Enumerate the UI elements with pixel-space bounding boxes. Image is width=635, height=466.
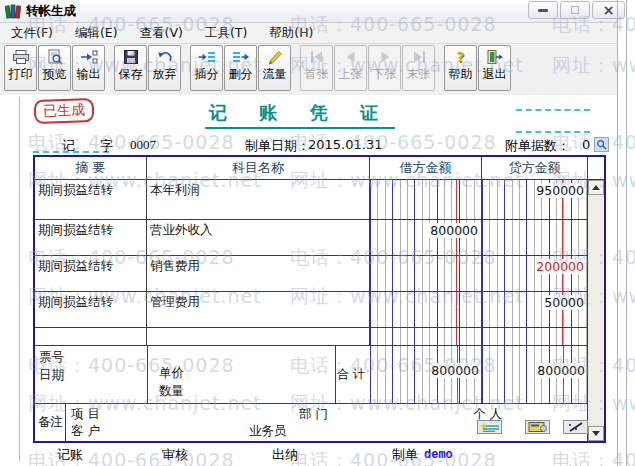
- account-cell[interactable]: 营业外收入: [147, 220, 370, 256]
- exit-door-icon: [486, 49, 504, 65]
- menu-file[interactable]: 文件(F): [0, 25, 64, 42]
- discard-button[interactable]: 放弃: [148, 45, 181, 91]
- last-voucher-button: 末张: [402, 45, 435, 91]
- ledger-books-icon: [5, 3, 21, 19]
- header-account: 科目名称: [147, 157, 370, 180]
- preview-button[interactable]: 预览: [38, 45, 71, 91]
- account-cell[interactable]: 本年利润: [147, 180, 370, 220]
- summary-cell[interactable]: 期间损益结转: [35, 220, 147, 256]
- help-button[interactable]: ? 帮助: [444, 45, 477, 91]
- magic-wand-icon: [566, 422, 586, 432]
- serial-word-left: 记: [62, 137, 75, 155]
- totals-section: 票号 日期 单价 数量 合 计 800000 800000: [35, 346, 588, 404]
- credit-amount: 50000: [543, 295, 585, 310]
- voucher-scrollbar[interactable]: [588, 180, 604, 441]
- preparer-label: 制单: [392, 446, 418, 464]
- maximize-button[interactable]: [560, 1, 590, 19]
- debit-cell[interactable]: [370, 180, 482, 220]
- triangle-down-icon: [592, 431, 600, 436]
- attachments-count[interactable]: 0: [582, 137, 590, 152]
- attachments-lookup-button[interactable]: [594, 137, 609, 152]
- print-button[interactable]: 打印: [4, 45, 37, 91]
- minimize-icon: [538, 9, 548, 12]
- ticket-label: 票号: [39, 349, 64, 366]
- voucher-number[interactable]: 0007: [130, 137, 156, 153]
- close-button[interactable]: ×: [592, 1, 625, 19]
- flow-button[interactable]: 流量: [258, 45, 291, 91]
- exit-button[interactable]: 退出: [478, 45, 511, 91]
- voucher-table: 摘 要 科目名称 借方金额 贷方金额 期间损益结转 本年利润 950000 期间…: [33, 155, 606, 443]
- prev-voucher-button: 上张: [334, 45, 367, 91]
- last-arrow-icon: [410, 49, 428, 65]
- total-credit-ruling: 800000: [482, 346, 588, 403]
- menu-edit[interactable]: 编辑(E): [64, 25, 129, 42]
- empty-account-cell[interactable]: [147, 328, 370, 346]
- window-title: 转帐生成: [26, 3, 76, 20]
- account-cell[interactable]: 管理费用: [147, 292, 370, 328]
- dashed-line: [516, 131, 590, 133]
- insert-split-button[interactable]: 插分: [190, 45, 223, 91]
- app-window: 转帐生成 × 文件(F) 编辑(E) 查看(V) 工具(T) 帮助(H) 打印: [0, 0, 635, 466]
- serial-word-right: 字: [100, 137, 113, 155]
- debit-cell[interactable]: 800000: [370, 220, 482, 256]
- debit-cell[interactable]: [370, 256, 482, 292]
- empty-debit-cell[interactable]: [370, 328, 482, 346]
- printer-icon: [12, 49, 30, 65]
- credit-cell[interactable]: 200000: [482, 256, 588, 292]
- mail-button[interactable]: [525, 420, 550, 434]
- summary-cell[interactable]: 期间损益结转: [35, 292, 147, 328]
- made-date-label: 制单日期：: [245, 137, 310, 155]
- undo-arrow-icon: [156, 49, 174, 65]
- header-summary: 摘 要: [35, 157, 147, 180]
- scroll-up-button[interactable]: [588, 180, 604, 195]
- preview-doc-magnifier-icon: [46, 49, 64, 65]
- account-cell[interactable]: 销售费用: [147, 256, 370, 292]
- next-voucher-button: 下张: [368, 45, 401, 91]
- summary-cell[interactable]: 期间损益结转: [35, 256, 147, 292]
- empty-summary-cell[interactable]: [35, 328, 147, 346]
- floppy-save-icon: [122, 49, 140, 65]
- credit-cell[interactable]: 950000: [482, 180, 588, 220]
- summary-cell[interactable]: 期间损益结转: [35, 180, 147, 220]
- pen-icon: [266, 49, 284, 65]
- auditor-label: 审核: [162, 446, 188, 464]
- toolbar: 打印 预览 输出: [0, 44, 617, 95]
- empty-credit-cell[interactable]: [482, 328, 588, 346]
- divider: [65, 404, 66, 441]
- watermark-text: 电话：400-665-0028: [552, 448, 635, 466]
- salesman-label: 业务员: [249, 423, 287, 440]
- total-credit: 800000: [536, 363, 586, 378]
- maximize-icon: [571, 6, 579, 14]
- magnifier-icon: [596, 139, 607, 150]
- delete-split-button[interactable]: 删分: [224, 45, 257, 91]
- total-debit: 800000: [430, 363, 480, 378]
- quantity-label: 数量: [159, 383, 184, 400]
- insert-row-icon: [198, 49, 216, 65]
- star-lines-icon: [480, 422, 500, 432]
- window-frame-line: [626, 0, 627, 466]
- wand-button[interactable]: [563, 420, 588, 434]
- export-button[interactable]: 输出: [72, 45, 105, 91]
- menu-tools[interactable]: 工具(T): [194, 25, 258, 42]
- star-lines-button[interactable]: [477, 420, 502, 434]
- preparer-name: demo: [424, 448, 453, 462]
- scroll-down-button[interactable]: [588, 426, 604, 441]
- attachments-label: 附单据数：: [505, 137, 570, 155]
- page-edge-line: [19, 97, 20, 461]
- menu-help[interactable]: 帮助(H): [258, 25, 324, 42]
- credit-cell[interactable]: 50000: [482, 292, 588, 328]
- customer-label: 客 户: [71, 423, 100, 440]
- made-date-value[interactable]: 2015.01.31: [308, 137, 382, 152]
- credit-cell[interactable]: [482, 220, 588, 256]
- delete-row-icon: [232, 49, 250, 65]
- credit-amount-red: 200000: [535, 259, 585, 274]
- menu-view[interactable]: 查看(V): [129, 25, 194, 42]
- menu-bar: 文件(F) 编辑(E) 查看(V) 工具(T) 帮助(H): [0, 23, 617, 44]
- bookkeeper-label: 记账: [57, 446, 83, 464]
- minimize-button[interactable]: [528, 1, 558, 19]
- debit-amount: 800000: [429, 223, 479, 238]
- debit-cell[interactable]: [370, 292, 482, 328]
- save-button[interactable]: 保存: [114, 45, 147, 91]
- divider: [335, 346, 336, 403]
- voucher-title: 记 账 凭 证: [205, 101, 395, 129]
